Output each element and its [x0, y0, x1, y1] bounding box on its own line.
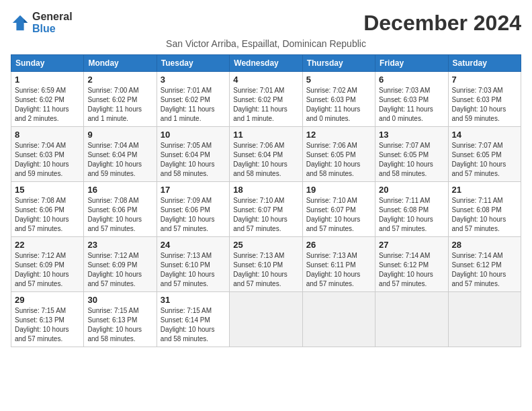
day-number: 2: [87, 75, 152, 85]
calendar-cell: 8Sunrise: 7:04 AM Sunset: 6:03 PM Daylig…: [11, 127, 84, 182]
logo: General Blue: [11, 11, 73, 35]
day-number: 1: [15, 75, 80, 85]
day-info: Sunrise: 7:14 AM Sunset: 6:12 PM Dayligh…: [379, 251, 444, 289]
day-number: 6: [379, 75, 444, 85]
day-info: Sunrise: 7:02 AM Sunset: 6:03 PM Dayligh…: [306, 86, 371, 124]
calendar-cell: 11Sunrise: 7:06 AM Sunset: 6:04 PM Dayli…: [230, 127, 302, 182]
day-number: 31: [161, 295, 226, 305]
week-row-4: 29Sunrise: 7:15 AM Sunset: 6:13 PM Dayli…: [11, 292, 521, 347]
day-number: 11: [233, 130, 298, 140]
calendar-cell: 4Sunrise: 7:01 AM Sunset: 6:02 PM Daylig…: [230, 72, 302, 127]
day-number: 4: [233, 75, 298, 85]
calendar-cell: 5Sunrise: 7:02 AM Sunset: 6:03 PM Daylig…: [302, 72, 375, 127]
day-info: Sunrise: 7:15 AM Sunset: 6:13 PM Dayligh…: [15, 306, 80, 344]
day-number: 28: [452, 240, 517, 250]
col-monday: Monday: [84, 55, 157, 72]
day-number: 15: [15, 185, 80, 195]
calendar-cell: 2Sunrise: 7:00 AM Sunset: 6:02 PM Daylig…: [84, 72, 157, 127]
day-number: 13: [379, 130, 444, 140]
day-info: Sunrise: 7:03 AM Sunset: 6:03 PM Dayligh…: [379, 86, 444, 124]
day-number: 18: [233, 185, 298, 195]
calendar-cell: 20Sunrise: 7:11 AM Sunset: 6:08 PM Dayli…: [375, 182, 448, 237]
day-info: Sunrise: 7:15 AM Sunset: 6:13 PM Dayligh…: [87, 306, 152, 344]
calendar-cell: 31Sunrise: 7:15 AM Sunset: 6:14 PM Dayli…: [157, 292, 229, 347]
calendar-cell: 6Sunrise: 7:03 AM Sunset: 6:03 PM Daylig…: [375, 72, 448, 127]
day-info: Sunrise: 7:13 AM Sunset: 6:10 PM Dayligh…: [161, 251, 226, 289]
day-number: 26: [306, 240, 371, 250]
day-number: 20: [379, 185, 444, 195]
day-info: Sunrise: 7:05 AM Sunset: 6:04 PM Dayligh…: [161, 141, 226, 179]
calendar-cell: 16Sunrise: 7:08 AM Sunset: 6:06 PM Dayli…: [84, 182, 157, 237]
day-number: 19: [306, 185, 371, 195]
header: General Blue December 2024: [11, 11, 521, 36]
day-info: Sunrise: 7:08 AM Sunset: 6:06 PM Dayligh…: [87, 196, 152, 234]
calendar-cell: 29Sunrise: 7:15 AM Sunset: 6:13 PM Dayli…: [11, 292, 84, 347]
col-thursday: Thursday: [302, 55, 375, 72]
calendar-cell: [302, 292, 375, 347]
day-info: Sunrise: 7:09 AM Sunset: 6:06 PM Dayligh…: [161, 196, 226, 234]
day-number: 14: [452, 130, 517, 140]
day-number: 5: [306, 75, 371, 85]
day-number: 8: [15, 130, 80, 140]
calendar-cell: 9Sunrise: 7:04 AM Sunset: 6:04 PM Daylig…: [84, 127, 157, 182]
col-tuesday: Tuesday: [157, 55, 229, 72]
day-info: Sunrise: 7:04 AM Sunset: 6:03 PM Dayligh…: [15, 141, 80, 179]
logo-icon: [11, 13, 30, 32]
day-info: Sunrise: 7:15 AM Sunset: 6:14 PM Dayligh…: [161, 306, 226, 344]
week-row-0: 1Sunrise: 6:59 AM Sunset: 6:02 PM Daylig…: [11, 72, 521, 127]
day-info: Sunrise: 7:14 AM Sunset: 6:12 PM Dayligh…: [452, 251, 517, 289]
calendar-cell: [375, 292, 448, 347]
subtitle: San Victor Arriba, Espaillat, Dominican …: [11, 38, 521, 49]
col-friday: Friday: [375, 55, 448, 72]
day-number: 3: [161, 75, 226, 85]
day-number: 17: [161, 185, 226, 195]
calendar-cell: 26Sunrise: 7:13 AM Sunset: 6:11 PM Dayli…: [302, 237, 375, 292]
day-number: 30: [87, 295, 152, 305]
calendar-cell: 3Sunrise: 7:01 AM Sunset: 6:02 PM Daylig…: [157, 72, 229, 127]
calendar-cell: 27Sunrise: 7:14 AM Sunset: 6:12 PM Dayli…: [375, 237, 448, 292]
calendar-cell: 28Sunrise: 7:14 AM Sunset: 6:12 PM Dayli…: [448, 237, 521, 292]
day-number: 7: [452, 75, 517, 85]
calendar-cell: 22Sunrise: 7:12 AM Sunset: 6:09 PM Dayli…: [11, 237, 84, 292]
calendar-cell: 13Sunrise: 7:07 AM Sunset: 6:05 PM Dayli…: [375, 127, 448, 182]
day-info: Sunrise: 7:12 AM Sunset: 6:09 PM Dayligh…: [15, 251, 80, 289]
day-info: Sunrise: 7:12 AM Sunset: 6:09 PM Dayligh…: [87, 251, 152, 289]
day-info: Sunrise: 7:01 AM Sunset: 6:02 PM Dayligh…: [161, 86, 226, 124]
day-info: Sunrise: 7:10 AM Sunset: 6:07 PM Dayligh…: [233, 196, 298, 234]
day-info: Sunrise: 7:10 AM Sunset: 6:07 PM Dayligh…: [306, 196, 371, 234]
calendar-cell: 19Sunrise: 7:10 AM Sunset: 6:07 PM Dayli…: [302, 182, 375, 237]
title-block: December 2024: [363, 11, 521, 36]
day-info: Sunrise: 7:07 AM Sunset: 6:05 PM Dayligh…: [379, 141, 444, 179]
month-title: December 2024: [363, 11, 521, 36]
day-number: 10: [161, 130, 226, 140]
week-row-1: 8Sunrise: 7:04 AM Sunset: 6:03 PM Daylig…: [11, 127, 521, 182]
calendar-cell: [448, 292, 521, 347]
col-wednesday: Wednesday: [230, 55, 302, 72]
day-info: Sunrise: 7:06 AM Sunset: 6:05 PM Dayligh…: [306, 141, 371, 179]
calendar-cell: 21Sunrise: 7:11 AM Sunset: 6:08 PM Dayli…: [448, 182, 521, 237]
day-number: 22: [15, 240, 80, 250]
day-info: Sunrise: 7:04 AM Sunset: 6:04 PM Dayligh…: [87, 141, 152, 179]
calendar-cell: 30Sunrise: 7:15 AM Sunset: 6:13 PM Dayli…: [84, 292, 157, 347]
col-saturday: Saturday: [448, 55, 521, 72]
day-number: 29: [15, 295, 80, 305]
calendar-cell: 10Sunrise: 7:05 AM Sunset: 6:04 PM Dayli…: [157, 127, 229, 182]
calendar-cell: 25Sunrise: 7:13 AM Sunset: 6:10 PM Dayli…: [230, 237, 302, 292]
day-info: Sunrise: 7:13 AM Sunset: 6:11 PM Dayligh…: [306, 251, 371, 289]
day-info: Sunrise: 6:59 AM Sunset: 6:02 PM Dayligh…: [15, 86, 80, 124]
day-info: Sunrise: 7:13 AM Sunset: 6:10 PM Dayligh…: [233, 251, 298, 289]
calendar-cell: 14Sunrise: 7:07 AM Sunset: 6:05 PM Dayli…: [448, 127, 521, 182]
day-info: Sunrise: 7:11 AM Sunset: 6:08 PM Dayligh…: [452, 196, 517, 234]
day-info: Sunrise: 7:00 AM Sunset: 6:02 PM Dayligh…: [87, 86, 152, 124]
day-number: 21: [452, 185, 517, 195]
day-number: 12: [306, 130, 371, 140]
day-number: 16: [87, 185, 152, 195]
day-info: Sunrise: 7:11 AM Sunset: 6:08 PM Dayligh…: [379, 196, 444, 234]
day-info: Sunrise: 7:01 AM Sunset: 6:02 PM Dayligh…: [233, 86, 298, 124]
day-info: Sunrise: 7:07 AM Sunset: 6:05 PM Dayligh…: [452, 141, 517, 179]
calendar-cell: 12Sunrise: 7:06 AM Sunset: 6:05 PM Dayli…: [302, 127, 375, 182]
header-row: Sunday Monday Tuesday Wednesday Thursday…: [11, 55, 521, 72]
day-number: 24: [161, 240, 226, 250]
day-info: Sunrise: 7:06 AM Sunset: 6:04 PM Dayligh…: [233, 141, 298, 179]
day-info: Sunrise: 7:03 AM Sunset: 6:03 PM Dayligh…: [452, 86, 517, 124]
